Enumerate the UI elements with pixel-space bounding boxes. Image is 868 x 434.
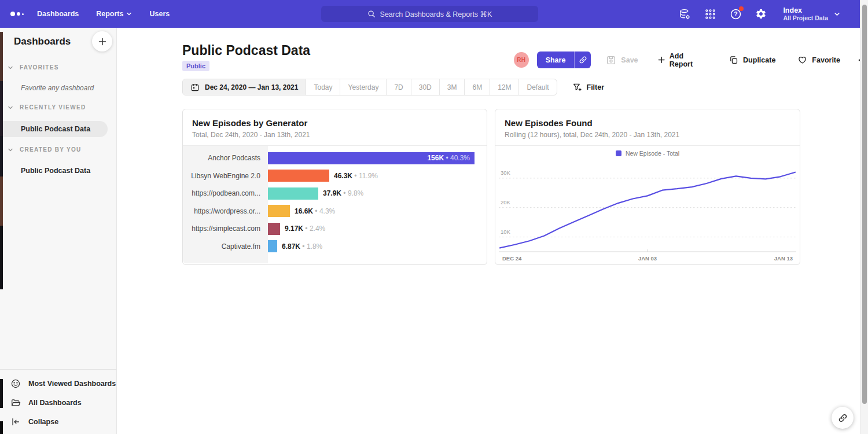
chevron-down-icon bbox=[834, 11, 840, 17]
bar-row: Libsyn WebEngine 2.046.3K • 11.9% bbox=[183, 167, 487, 185]
search-icon bbox=[367, 10, 376, 18]
date-preset-12m[interactable]: 12M bbox=[490, 79, 519, 95]
duplicate-button[interactable]: Duplicate bbox=[729, 55, 775, 65]
bar-category-label: https://podbean.com... bbox=[183, 189, 268, 197]
project-scope: All Project Data bbox=[783, 14, 828, 22]
chevron-down-icon bbox=[8, 65, 13, 71]
bar-category-label: https://simplecast.com bbox=[183, 225, 268, 233]
bar-row: https://podbean.com...37.9K • 9.8% bbox=[183, 185, 487, 203]
save-button[interactable]: Save bbox=[606, 55, 638, 65]
app-logo-icon[interactable] bbox=[10, 12, 24, 16]
date-preset-30d[interactable]: 30D bbox=[411, 79, 440, 95]
all-dashboards-button[interactable]: All Dashboards bbox=[10, 398, 82, 408]
scrollbar-thumb[interactable] bbox=[862, 5, 867, 404]
settings-gear-icon[interactable] bbox=[754, 7, 768, 21]
bar-value-label: 16.6K • 4.3% bbox=[295, 207, 335, 215]
calendar-icon bbox=[190, 83, 200, 92]
search-placeholder: Search Dashboards & Reports ⌘K bbox=[380, 10, 492, 19]
page-title: Public Podcast Data bbox=[182, 43, 310, 58]
top-nav: Dashboards Reports Users Search Dashboar… bbox=[0, 0, 868, 28]
y-axis-label: 10K bbox=[501, 229, 511, 235]
header-actions: RH Share Save Add Report Duplicate Favor… bbox=[514, 52, 868, 68]
card-new-episodes-found: New Episodes Found Rolling (12 hours), t… bbox=[495, 109, 800, 265]
share-button[interactable]: Share bbox=[537, 52, 575, 68]
bar-value-label: 9.17K • 2.4% bbox=[285, 225, 325, 233]
collapse-sidebar-button[interactable]: Collapse bbox=[10, 417, 58, 427]
link-icon bbox=[838, 413, 848, 423]
date-preset-today[interactable]: Today bbox=[306, 79, 340, 95]
section-recently-viewed[interactable]: RECENTLY VIEWED bbox=[0, 104, 116, 111]
scrollbar-track bbox=[860, 0, 868, 434]
add-dashboard-button[interactable] bbox=[92, 31, 112, 52]
add-report-button[interactable]: Add Report bbox=[658, 52, 707, 68]
series-line bbox=[500, 172, 795, 248]
bar-category-label: Captivate.fm bbox=[183, 242, 268, 251]
apps-grid-icon[interactable] bbox=[703, 7, 717, 21]
filter-funnel-icon bbox=[572, 82, 582, 92]
chevron-down-icon bbox=[8, 147, 13, 153]
share-split-button: Share bbox=[537, 52, 591, 68]
svg-text:?: ? bbox=[734, 10, 737, 17]
project-switcher[interactable]: Index All Project Data bbox=[783, 6, 840, 22]
bar-segment[interactable] bbox=[268, 170, 329, 182]
bar-segment[interactable]: 156K • 40.3% bbox=[268, 152, 475, 164]
help-icon[interactable]: ? bbox=[729, 7, 742, 21]
date-preset-yesterday[interactable]: Yesterday bbox=[340, 79, 387, 95]
sidebar-footer: Most Viewed Dashboards All Dashboards Co… bbox=[0, 369, 116, 434]
nav-item-dashboards[interactable]: Dashboards bbox=[37, 10, 79, 18]
sidebar: Dashboards FAVORITES Favorite any dashbo… bbox=[0, 28, 117, 434]
date-preset-7d[interactable]: 7D bbox=[387, 79, 411, 95]
chevron-down-icon bbox=[8, 105, 13, 111]
nav-item-reports[interactable]: Reports bbox=[96, 10, 132, 18]
folder-icon bbox=[10, 398, 21, 408]
search-input[interactable]: Search Dashboards & Reports ⌘K bbox=[321, 6, 538, 22]
section-created-by-you[interactable]: CREATED BY YOU bbox=[0, 146, 116, 153]
date-preset-3m[interactable]: 3M bbox=[440, 79, 465, 95]
nav-item-users[interactable]: Users bbox=[149, 10, 170, 18]
collapse-icon bbox=[10, 417, 21, 427]
bar-segment[interactable] bbox=[268, 240, 277, 252]
notification-badge bbox=[739, 6, 744, 11]
bar-segment[interactable] bbox=[268, 187, 318, 200]
sidebar-title: Dashboards bbox=[14, 36, 71, 47]
legend-new-episode-total[interactable]: New Episode - Total bbox=[495, 146, 800, 160]
sidebar-item-public-podcast-data-created[interactable]: Public Podcast Data bbox=[0, 163, 90, 179]
x-axis-label: JAN 13 bbox=[774, 255, 793, 262]
bar-segment[interactable] bbox=[268, 223, 280, 235]
bar-value-label: 6.87K • 1.8% bbox=[282, 242, 322, 251]
link-icon bbox=[579, 56, 587, 64]
date-range-group: Dec 24, 2020 — Jan 13, 2021 TodayYesterd… bbox=[182, 79, 557, 95]
floating-link-button[interactable] bbox=[832, 407, 854, 429]
date-range-button[interactable]: Dec 24, 2020 — Jan 13, 2021 bbox=[183, 79, 306, 95]
card-new-episodes-by-generator: New Episodes by Generator Total, Dec 24t… bbox=[182, 109, 487, 265]
bar-row: https://wordpress.or...16.6K • 4.3% bbox=[183, 203, 487, 220]
bar-row: https://simplecast.com9.17K • 2.4% bbox=[183, 220, 487, 238]
bar-value-label: 37.9K • 9.8% bbox=[323, 189, 363, 197]
x-axis-label: JAN 03 bbox=[638, 255, 657, 262]
bar-segment[interactable] bbox=[268, 205, 290, 217]
line-chart: 10K20K30KDEC 24JAN 03JAN 13 bbox=[499, 160, 796, 264]
bar-category-label: https://wordpress.or... bbox=[183, 207, 268, 215]
filter-button[interactable]: Filter bbox=[572, 82, 605, 92]
heart-icon bbox=[797, 55, 807, 65]
date-preset-default[interactable]: Default bbox=[519, 79, 556, 95]
plus-icon bbox=[658, 56, 665, 64]
data-sources-icon[interactable] bbox=[678, 7, 692, 21]
y-axis-label: 30K bbox=[501, 170, 511, 176]
share-link-button[interactable] bbox=[574, 52, 591, 68]
date-preset-6m[interactable]: 6M bbox=[465, 79, 490, 95]
bar-row: Anchor Podcasts156K • 40.3% bbox=[183, 149, 487, 167]
save-icon bbox=[606, 55, 616, 65]
most-viewed-dashboards-button[interactable]: Most Viewed Dashboards bbox=[10, 378, 116, 389]
favorite-button[interactable]: Favorite bbox=[797, 55, 840, 65]
favorites-empty-text: Favorite any dashboard bbox=[21, 84, 94, 92]
bar-value-label: 46.3K • 11.9% bbox=[334, 172, 378, 180]
plus-icon bbox=[98, 38, 106, 46]
bar-row: Captivate.fm6.87K • 1.8% bbox=[183, 238, 487, 256]
section-favorites[interactable]: FAVORITES bbox=[0, 64, 116, 71]
x-axis-label: DEC 24 bbox=[502, 255, 522, 262]
bar-value-label: 156K • 40.3% bbox=[427, 152, 470, 164]
sidebar-item-public-podcast-data[interactable]: Public Podcast Data bbox=[0, 121, 108, 137]
avatar[interactable]: RH bbox=[514, 52, 529, 68]
bar-category-label: Libsyn WebEngine 2.0 bbox=[183, 172, 268, 180]
